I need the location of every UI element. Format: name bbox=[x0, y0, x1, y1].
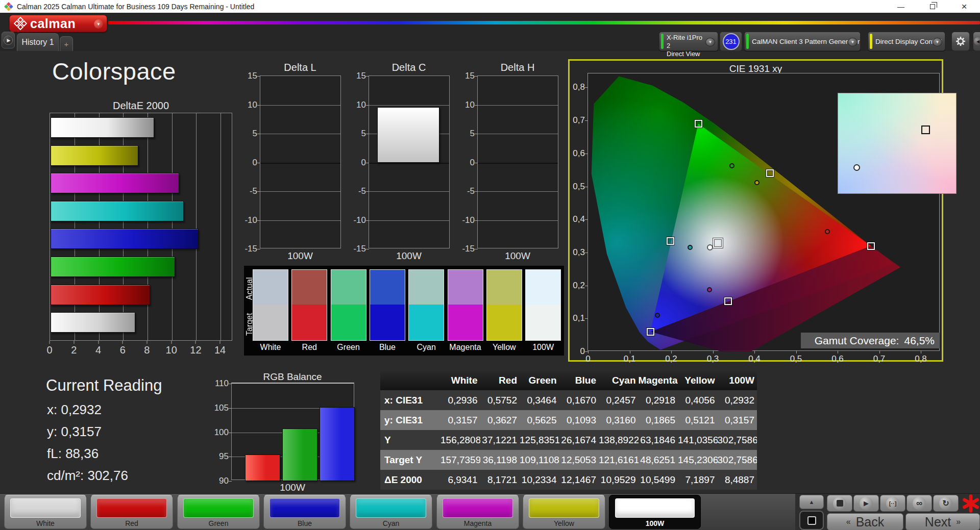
gridline bbox=[478, 163, 558, 164]
delta-h-plot: 151050-5-10-15 bbox=[477, 75, 558, 248]
calman-menu-button[interactable]: calman ▼ bbox=[9, 15, 107, 32]
tick-mark bbox=[257, 249, 260, 249]
minimize-button[interactable]: — bbox=[885, 0, 917, 13]
axis-tick-label: 5 bbox=[351, 129, 366, 139]
gridline bbox=[369, 220, 449, 221]
tab-overflow-button[interactable]: ▶ bbox=[2, 32, 15, 48]
pattern-button-yellow[interactable]: Yellow bbox=[523, 495, 605, 529]
axis-tick-label: 0,4 bbox=[744, 354, 765, 364]
reading-fl: fL: 88,36 bbox=[47, 446, 99, 462]
tick-mark bbox=[50, 341, 50, 344]
axis-tick-label: -5 bbox=[459, 186, 475, 196]
pattern-button-100w[interactable]: 100W bbox=[609, 495, 701, 529]
chevron-down-icon: ▼ bbox=[848, 38, 857, 46]
tick-mark bbox=[366, 76, 369, 77]
table-cell: 36,1198 bbox=[480, 450, 520, 470]
calman-logo-icon bbox=[14, 17, 27, 30]
settings-button[interactable] bbox=[951, 32, 970, 51]
tab-history-1[interactable]: History 1 bbox=[17, 33, 59, 51]
step-button[interactable]: [··] bbox=[880, 495, 905, 512]
pattern-button-green[interactable]: Green bbox=[177, 495, 260, 529]
table-cell: 8,4887 bbox=[718, 470, 757, 490]
back-button[interactable]: « Back bbox=[827, 513, 903, 530]
tick-mark bbox=[229, 481, 232, 482]
row-label: x: CIE31 bbox=[380, 390, 440, 410]
axis-tick-label: 14 bbox=[214, 344, 226, 356]
pattern-button-blue[interactable]: Blue bbox=[263, 495, 346, 529]
target-swatch bbox=[408, 305, 444, 341]
target-swatch bbox=[253, 305, 288, 341]
reading-x: x: 0,2932 bbox=[47, 402, 102, 418]
table-cell: 12,5053 bbox=[559, 450, 599, 470]
spectracal-asterisk-icon[interactable] bbox=[962, 494, 980, 513]
add-tab-button[interactable]: + bbox=[60, 36, 73, 51]
swatch-column-green: Green bbox=[331, 269, 366, 352]
table-cell: 0,2918 bbox=[639, 390, 678, 410]
row-label: Target Y bbox=[380, 450, 440, 470]
pattern-generator-dropdown[interactable]: CalMAN Client 3 Pattern Generator ▼ bbox=[744, 32, 861, 51]
step-icon: [··] bbox=[886, 497, 899, 510]
axis-tick-label: 4 bbox=[95, 344, 101, 356]
table-cell: 121,6161 bbox=[599, 450, 639, 470]
restore-button[interactable] bbox=[917, 0, 948, 13]
close-button[interactable]: × bbox=[948, 0, 980, 13]
tick-mark bbox=[366, 134, 369, 134]
tick-mark bbox=[585, 219, 588, 220]
collapse-toolbar-button[interactable]: ◀ bbox=[973, 32, 980, 51]
tick-mark bbox=[229, 433, 232, 433]
tick-mark bbox=[257, 105, 260, 106]
table-row: y: CIE310,31570,36270,56250,10930,31600,… bbox=[380, 410, 757, 430]
tick-mark bbox=[879, 350, 880, 354]
expand-panel-button[interactable]: ▲ bbox=[799, 495, 824, 509]
target-swatch bbox=[486, 305, 522, 341]
loop-button[interactable]: ∞ bbox=[906, 495, 932, 512]
play-button[interactable]: ▶ bbox=[853, 495, 879, 512]
display-control-dropdown[interactable]: Direct Display Control ▼ bbox=[868, 32, 945, 51]
table-cell: 10,5499 bbox=[639, 470, 678, 490]
infinity-icon: ∞ bbox=[913, 497, 926, 510]
axis-tick-label: 0,5 bbox=[786, 354, 806, 364]
table-cell: 157,7359 bbox=[440, 450, 480, 470]
table-cell: 302,7586 bbox=[718, 430, 757, 450]
display-window-button[interactable] bbox=[799, 511, 824, 530]
axis-tick-label: -10 bbox=[351, 215, 366, 225]
table-cell: 0,1670 bbox=[559, 390, 599, 410]
window-square-icon bbox=[807, 516, 816, 525]
meter-device-dropdown[interactable]: X-Rite i1Pro 2 Direct View ▼ bbox=[659, 32, 718, 51]
pattern-swatch bbox=[615, 498, 695, 518]
pattern-button-cyan[interactable]: Cyan bbox=[350, 495, 432, 529]
gridline bbox=[478, 220, 558, 221]
axis-tick-label: 0,4 bbox=[568, 214, 585, 224]
play-icon: ▶ bbox=[4, 36, 13, 45]
refresh-button[interactable]: ↻ bbox=[933, 495, 959, 512]
delta-c-xlabel: 100W bbox=[396, 250, 422, 262]
pattern-button-magenta[interactable]: Magenta bbox=[436, 495, 519, 529]
table-cell: 10,2334 bbox=[520, 470, 559, 490]
stop-button[interactable] bbox=[827, 495, 852, 512]
axis-tick-label: 10 bbox=[459, 100, 475, 110]
table-cell: 156,2808 bbox=[440, 430, 480, 450]
pattern-button-red[interactable]: Red bbox=[90, 495, 173, 529]
target-marker-white bbox=[713, 238, 723, 248]
table-row: Target Y157,735936,1198109,110812,505312… bbox=[380, 450, 757, 470]
table-cell: 141,0356 bbox=[678, 430, 718, 450]
next-button[interactable]: Next » bbox=[905, 513, 980, 530]
meter-mode: Direct View bbox=[667, 50, 704, 58]
actual-row-label: Actual bbox=[245, 273, 253, 305]
axis-tick-label: 105 bbox=[213, 403, 229, 413]
axis-tick-label: 90 bbox=[213, 476, 229, 486]
axis-tick-label: 0,1 bbox=[568, 313, 585, 323]
pattern-bar: WhiteRedGreenBlueCyanMagentaYellow100W ▲… bbox=[0, 493, 980, 530]
pattern-button-white[interactable]: White bbox=[4, 495, 87, 529]
axis-tick-label: -15 bbox=[242, 244, 257, 254]
meter-status-indicator bbox=[661, 34, 664, 49]
pattern-swatch bbox=[96, 498, 167, 518]
swatch-column-yellow: Yellow bbox=[486, 269, 522, 352]
swatch-label: Yellow bbox=[483, 343, 525, 352]
axis-tick-label: -5 bbox=[351, 186, 366, 196]
inset-measured-point bbox=[853, 164, 860, 171]
tick-mark bbox=[585, 154, 588, 154]
meter-count-button[interactable]: 231 bbox=[720, 32, 742, 51]
tick-mark bbox=[585, 351, 588, 352]
pattern-generator-status-indicator bbox=[746, 34, 749, 49]
